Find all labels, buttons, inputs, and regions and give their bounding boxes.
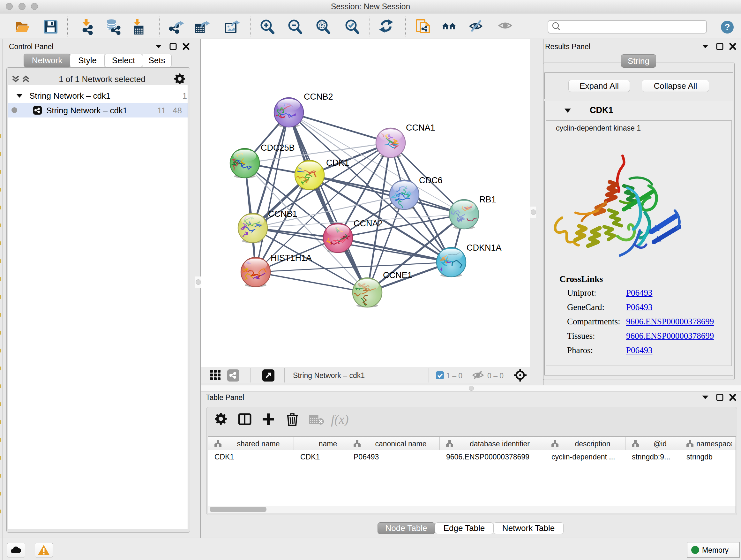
svg-text:CCNE1: CCNE1 [383,270,412,280]
svg-text:CCNA1: CCNA1 [406,123,435,132]
svg-text:?: ? [724,22,730,32]
svg-text:CDK1: CDK1 [326,158,349,168]
svg-text:CCNA2: CCNA2 [354,219,383,228]
svg-text:RB1: RB1 [479,195,496,204]
svg-text:CDC6: CDC6 [419,176,443,185]
svg-text:CDKN1A: CDKN1A [467,243,502,253]
svg-text:CDC25B: CDC25B [261,143,295,152]
svg-text:HIST1H1A: HIST1H1A [271,253,312,263]
svg-text:CCNB2: CCNB2 [304,92,333,102]
svg-text:CCNB1: CCNB1 [268,209,297,219]
